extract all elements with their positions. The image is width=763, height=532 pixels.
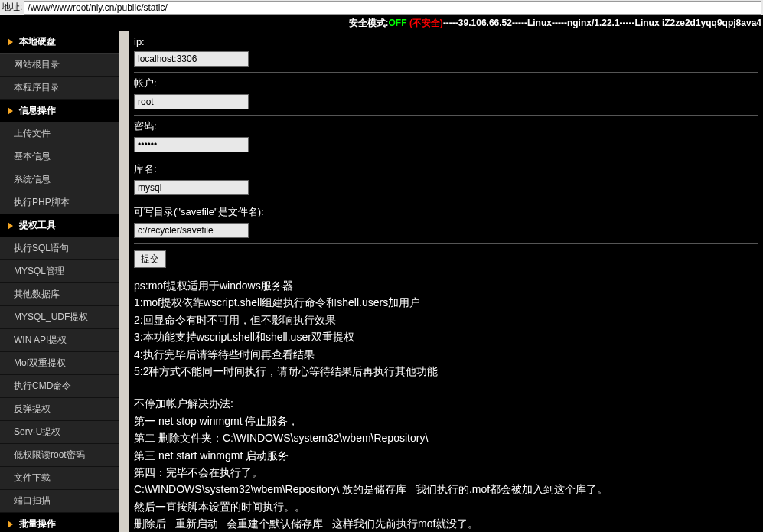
nav-item[interactable]: 本程序目录 [0,77,119,100]
nav-item[interactable]: 其他数据库 [0,283,119,306]
security-mode-value: OFF [389,18,407,28]
arrow-right-icon [8,521,13,528]
nav-item[interactable]: 执行CMD命令 [0,375,119,398]
dir-label: 可写目录("savefile"是文件名): [134,203,758,221]
nav-header[interactable]: 信息操作 [0,100,119,122]
nav-item[interactable]: 低权限读root密码 [0,444,119,467]
nav-header-label: 信息操作 [19,104,56,117]
submit-button[interactable]: 提交 [134,250,166,268]
db-label: 库名: [134,160,758,178]
security-mode-label: 安全模式: [349,17,389,30]
nav-item[interactable]: 系统信息 [0,168,119,191]
nav-item[interactable]: 执行PHP脚本 [0,191,119,214]
nav-header[interactable]: 本地硬盘 [0,31,119,54]
nav-item[interactable]: WIN API提权 [0,329,119,352]
notes-block-1: ps:mof提权适用于windows服务器 1:mof提权依靠wscript.s… [134,277,758,380]
nav-item[interactable]: 文件下载 [0,467,119,490]
nav-header[interactable]: 提权工具 [0,214,119,237]
db-input[interactable] [134,180,249,195]
status-bar: 安全模式: OFF (不安全) ----- 39.106.66.52 -----… [0,15,763,31]
nav-header-label: 批量操作 [19,517,56,530]
content-pane: ip: 帐户: 密码: 库名: 可写目录("savefile"是文件名): 提交… [129,31,763,532]
user-input[interactable] [134,94,249,109]
user-label: 帐户: [134,74,758,93]
arrow-right-icon [8,222,13,230]
arrow-right-icon [8,38,13,46]
nav-item[interactable]: Mof双重提权 [0,352,119,375]
nav-item[interactable]: 网站根目录 [0,54,119,77]
status-server: nginx/1.22.1 [567,18,620,28]
nav-item[interactable]: Serv-U提权 [0,421,119,444]
arrow-right-icon [8,107,13,115]
dir-input[interactable] [134,223,249,238]
ip-label: ip: [134,34,758,50]
nav-header-label: 提权工具 [19,219,56,232]
nav-header[interactable]: 批量操作 [0,513,119,532]
address-label: 地址: [2,1,24,14]
status-ip: 39.106.66.52 [458,18,512,28]
status-os: Linux [527,18,552,28]
address-input[interactable] [24,1,761,15]
nav-item[interactable]: MYSQL_UDF提权 [0,306,119,329]
nav-item[interactable]: 基本信息 [0,145,119,168]
pass-input[interactable] [134,137,249,152]
address-bar: 地址: [0,0,763,15]
pass-label: 密码: [134,117,758,135]
nav-item[interactable]: 反弹提权 [0,398,119,421]
nav-item[interactable]: 执行SQL语句 [0,237,119,260]
nav-item[interactable]: MYSQL管理 [0,260,119,283]
sidebar: 本地硬盘网站根目录本程序目录信息操作上传文件基本信息系统信息执行PHP脚本提权工… [0,31,119,532]
nav-header-label: 本地硬盘 [19,35,56,48]
nav-item[interactable]: 上传文件 [0,122,119,145]
scrollbar-track[interactable] [119,31,129,532]
ip-input[interactable] [134,51,249,67]
nav-item[interactable]: 端口扫描 [0,490,119,513]
status-host: Linux iZ2ze2d1yqq9qpj8ava4 [635,18,761,28]
notes-block-2: 不停加帐户解决办法: 第一 net stop winmgmt 停止服务， 第二 … [134,395,758,532]
security-mode-note: (不安全) [409,17,443,30]
sep: ----- [443,18,458,28]
